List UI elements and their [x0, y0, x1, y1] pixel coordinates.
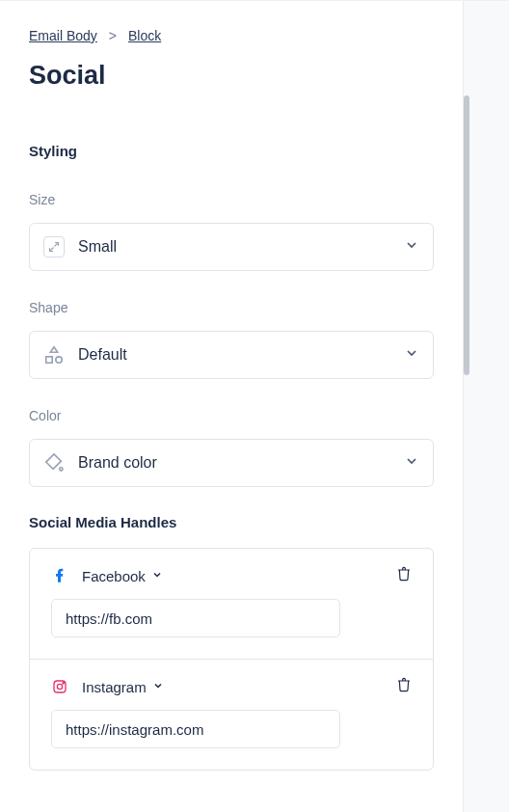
handle-brand-dropdown[interactable]	[151, 567, 163, 584]
svg-point-1	[56, 357, 62, 363]
breadcrumb-current-link[interactable]: Block	[128, 28, 161, 43]
chevron-down-icon	[404, 237, 419, 257]
size-label: Size	[29, 192, 434, 207]
color-select[interactable]: Brand color	[29, 439, 434, 487]
svg-point-5	[63, 683, 64, 684]
right-gutter	[463, 1, 509, 812]
instagram-icon	[51, 678, 68, 695]
handles-list: Facebook	[29, 548, 434, 771]
chevron-down-icon	[404, 345, 419, 365]
page-title: Social	[29, 61, 434, 91]
handle-brand-dropdown[interactable]	[152, 678, 164, 695]
shape-label: Shape	[29, 300, 434, 315]
svg-point-4	[57, 684, 62, 689]
svg-rect-0	[46, 357, 52, 363]
svg-point-2	[60, 468, 63, 471]
handle-brand-label: Instagram	[82, 679, 147, 695]
styling-heading: Styling	[29, 143, 434, 159]
handle-row: Instagram	[30, 660, 433, 770]
color-value: Brand color	[78, 454, 404, 472]
shape-select[interactable]: Default	[29, 331, 434, 379]
size-value: Small	[78, 238, 404, 256]
paint-bucket-icon	[43, 452, 65, 474]
handle-brand-label: Facebook	[82, 568, 146, 584]
size-select[interactable]: Small	[29, 223, 434, 271]
settings-panel: Email Body > Block Social Styling Size S…	[0, 1, 463, 812]
shape-value: Default	[78, 346, 404, 364]
expand-icon	[43, 236, 65, 257]
color-label: Color	[29, 408, 434, 423]
scrollbar[interactable]	[464, 95, 469, 375]
handle-row: Facebook	[30, 549, 433, 660]
breadcrumb-separator: >	[109, 28, 117, 43]
breadcrumb: Email Body > Block	[29, 28, 434, 43]
chevron-down-icon	[404, 453, 419, 473]
handle-url-input[interactable]	[51, 599, 340, 637]
breadcrumb-root-link[interactable]: Email Body	[29, 28, 97, 43]
handles-heading: Social Media Handles	[29, 514, 434, 530]
facebook-icon	[51, 567, 68, 584]
shapes-icon	[43, 344, 65, 365]
handle-url-input[interactable]	[51, 710, 340, 748]
delete-handle-button[interactable]	[396, 566, 412, 585]
delete-handle-button[interactable]	[396, 677, 412, 696]
